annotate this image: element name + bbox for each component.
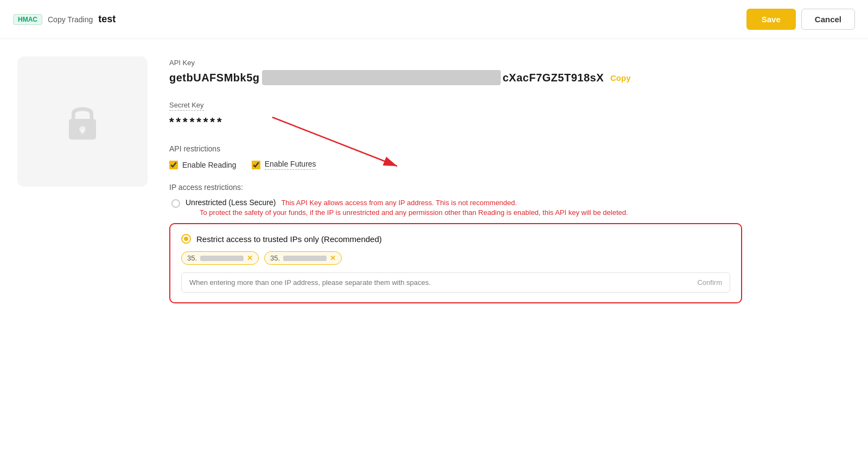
unrestricted-radio[interactable] (171, 199, 180, 208)
save-button[interactable]: Save (746, 9, 796, 30)
api-name: test (98, 14, 116, 25)
unrestricted-detail-text: To protect the safety of your funds, if … (200, 208, 628, 217)
ip-restrictions-section: IP access restrictions: Unrestricted (Le… (169, 183, 742, 303)
restricted-radio[interactable] (181, 234, 191, 244)
api-key-display: getbUAFSMbk5g cXacF7GZ5T918sX (169, 70, 604, 85)
secret-key-value: ******** (169, 115, 742, 129)
ip-tags-row: 35. ✕ 35. ✕ (181, 251, 730, 265)
ip-restrictions-title: IP access restrictions: (169, 183, 742, 192)
api-key-prefix: getbUAFSMbk5g (169, 72, 260, 84)
enable-reading-checkbox[interactable] (169, 161, 178, 169)
ip-tag-2-masked (283, 256, 327, 261)
secret-key-label: Secret Key (169, 101, 204, 111)
ip-address-input[interactable] (182, 273, 690, 292)
ip-tag-1-remove[interactable]: ✕ (247, 254, 253, 262)
copy-api-key-button[interactable]: Copy (608, 73, 633, 82)
main-content: API Key getbUAFSMbk5g cXacF7GZ5T918sX Co… (0, 39, 760, 334)
enable-reading-item: Enable Reading (169, 161, 237, 169)
api-key-label: API Key (169, 59, 742, 67)
api-restrictions-title: API restrictions (169, 144, 742, 153)
confirm-button[interactable]: Confirm (690, 273, 730, 292)
enable-futures-checkbox[interactable] (252, 161, 260, 169)
unrestricted-text-block: Unrestricted (Less Secure) This API Key … (186, 198, 628, 217)
restricted-radio-row: Restrict access to trusted IPs only (Rec… (181, 234, 730, 244)
arrow-icon (267, 112, 419, 177)
unrestricted-detail: To protect the safety of your funds, if … (200, 208, 628, 217)
enable-reading-label: Enable Reading (182, 161, 237, 169)
checkbox-row: Enable Reading Enable Futures (169, 160, 742, 170)
api-key-value-row: getbUAFSMbk5g cXacF7GZ5T918sX Copy (169, 70, 742, 85)
ip-tag-1-prefix: 35. (187, 254, 197, 262)
ip-tag-2-remove[interactable]: ✕ (330, 254, 336, 262)
secret-key-section: Secret Key ******** (169, 100, 742, 129)
badge-copy-trading: Copy Trading (48, 15, 93, 24)
restrictions-with-arrow: API restrictions Enable Reading Enable F… (169, 144, 742, 170)
api-key-section: API Key getbUAFSMbk5g cXacF7GZ5T918sX Co… (169, 59, 742, 85)
restricted-label: Restrict access to trusted IPs only (Rec… (196, 234, 382, 244)
top-bar: HMAC Copy Trading test Save Cancel (0, 0, 868, 39)
lock-box (17, 56, 148, 187)
form-section: API Key getbUAFSMbk5g cXacF7GZ5T918sX Co… (169, 56, 742, 316)
top-bar-actions: Save Cancel (746, 9, 855, 30)
ip-tag-2: 35. ✕ (264, 251, 342, 265)
restricted-box: Restrict access to trusted IPs only (Rec… (169, 223, 742, 303)
unrestricted-option-row: Unrestricted (Less Secure) This API Key … (169, 198, 742, 217)
ip-tag-1-masked (200, 256, 244, 261)
api-key-masked (262, 70, 501, 85)
ip-tag-1: 35. ✕ (181, 251, 259, 265)
svg-line-4 (272, 117, 397, 166)
badge-hmac: HMAC (13, 14, 42, 25)
unrestricted-warning: This API Key allows access from any IP a… (281, 199, 516, 207)
ip-tag-2-prefix: 35. (270, 254, 280, 262)
unrestricted-label: Unrestricted (Less Secure) (186, 198, 276, 207)
api-key-suffix: cXacF7GZ5T918sX (503, 72, 604, 84)
api-restrictions-section: API restrictions Enable Reading Enable F… (169, 144, 742, 170)
cancel-button[interactable]: Cancel (801, 9, 855, 30)
svg-rect-2 (81, 129, 84, 134)
lock-icon (61, 100, 104, 143)
radio-dot (184, 237, 188, 241)
ip-input-row: Confirm (181, 272, 730, 293)
